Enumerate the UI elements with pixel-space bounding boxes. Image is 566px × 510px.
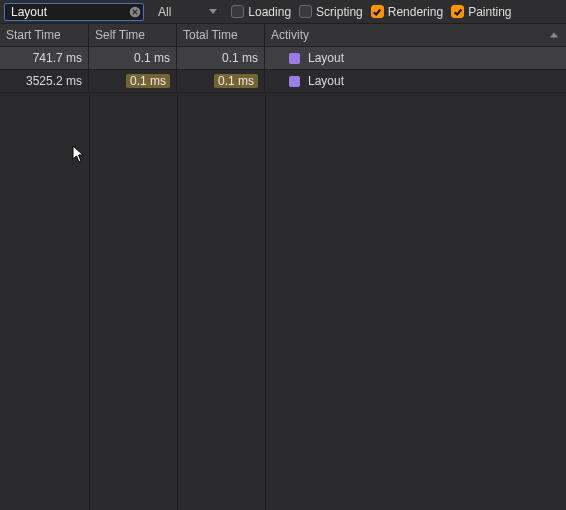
- cell-start-time: 741.7 ms: [0, 47, 89, 69]
- activity-label: Layout: [308, 74, 344, 88]
- cell-activity: Layout: [265, 47, 566, 69]
- clear-filter-icon[interactable]: [128, 5, 142, 19]
- cell-total-time: 0.1 ms: [177, 47, 265, 69]
- category-rendering[interactable]: Rendering: [371, 5, 443, 19]
- cell-total-time: 0.1 ms: [177, 70, 265, 92]
- table-row[interactable]: 741.7 ms0.1 ms0.1 msLayout: [0, 47, 566, 70]
- cell-self-time: 0.1 ms: [89, 47, 177, 69]
- category-painting[interactable]: Painting: [451, 5, 511, 19]
- column-header-self[interactable]: Self Time: [89, 24, 177, 46]
- cell-self-time: 0.1 ms: [89, 70, 177, 92]
- column-header-activity-label: Activity: [271, 28, 309, 42]
- checkbox-icon: [231, 5, 244, 18]
- category-scripting-label: Scripting: [316, 5, 363, 19]
- table-row[interactable]: 3525.2 ms0.1 ms0.1 msLayout: [0, 70, 566, 93]
- activity-color-swatch: [289, 53, 300, 64]
- filter-wrapper: [4, 3, 144, 21]
- toolbar: All Loading Scripting Rendering Painting: [0, 0, 566, 24]
- checkbox-icon: [299, 5, 312, 18]
- column-header-start[interactable]: Start Time: [0, 24, 89, 46]
- chevron-down-icon: [209, 9, 217, 14]
- cell-activity: Layout: [265, 70, 566, 92]
- activity-label: Layout: [308, 51, 344, 65]
- category-loading[interactable]: Loading: [231, 5, 291, 19]
- scope-dropdown[interactable]: All: [152, 3, 223, 21]
- column-header-activity[interactable]: Activity: [265, 24, 566, 46]
- category-rendering-label: Rendering: [388, 5, 443, 19]
- filter-input[interactable]: [4, 3, 144, 21]
- scope-selected-label: All: [158, 5, 171, 19]
- table-header: Start Time Self Time Total Time Activity: [0, 24, 566, 47]
- category-scripting[interactable]: Scripting: [299, 5, 363, 19]
- category-painting-label: Painting: [468, 5, 511, 19]
- table-body: 741.7 ms0.1 ms0.1 msLayout3525.2 ms0.1 m…: [0, 47, 566, 510]
- category-loading-label: Loading: [248, 5, 291, 19]
- checkbox-icon: [371, 5, 384, 18]
- cell-start-time: 3525.2 ms: [0, 70, 89, 92]
- checkbox-icon: [451, 5, 464, 18]
- activity-color-swatch: [289, 76, 300, 87]
- sort-ascending-icon: [550, 33, 558, 38]
- column-header-total[interactable]: Total Time: [177, 24, 265, 46]
